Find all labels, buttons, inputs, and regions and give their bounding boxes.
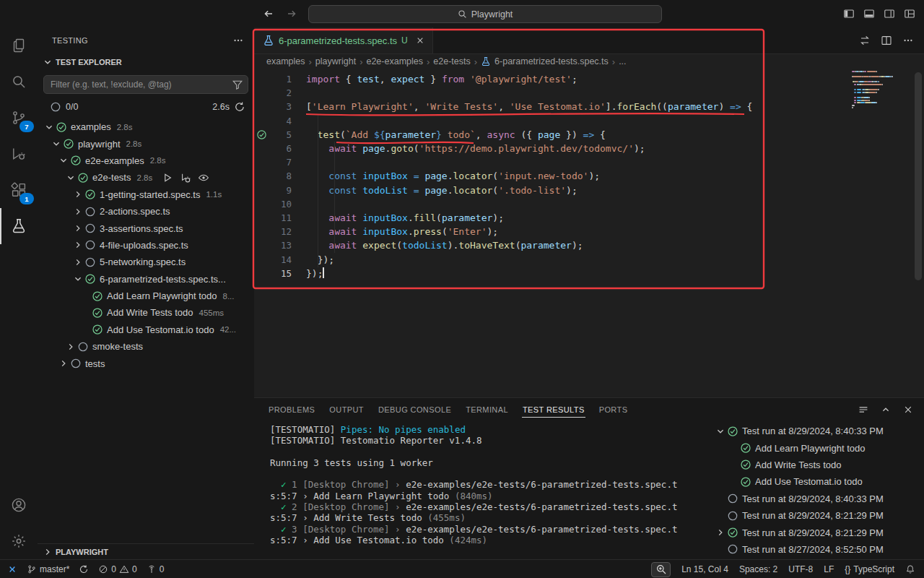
eol-status[interactable]: LF bbox=[824, 564, 834, 574]
panel-menu-icon[interactable] bbox=[858, 404, 869, 415]
test-tree-item[interactable]: Add Write Tests todo455ms bbox=[38, 304, 254, 321]
panel-tab-terminal[interactable]: TERMINAL bbox=[458, 398, 515, 421]
activity-source-control[interactable]: 7 bbox=[0, 100, 38, 136]
chevron-down-icon[interactable] bbox=[43, 121, 55, 133]
chevron-down-icon[interactable] bbox=[72, 273, 84, 285]
test-result-item[interactable]: Test run at 8/29/2024, 8:21:29 PM bbox=[709, 524, 924, 540]
code-line[interactable]: 12 await inputBox.press('Enter'); bbox=[254, 225, 924, 238]
panel-tab-ports[interactable]: PORTS bbox=[592, 398, 635, 421]
code-line[interactable]: 11 await inputBox.fill(parameter); bbox=[254, 211, 924, 225]
breadcrumb-item[interactable]: e2e-tests bbox=[433, 56, 470, 66]
test-tree-item[interactable]: tests bbox=[38, 355, 254, 371]
activity-run-debug[interactable] bbox=[0, 136, 38, 172]
test-tree-item[interactable]: e2e-tests2.8s bbox=[38, 169, 254, 186]
chevron-right-icon[interactable] bbox=[72, 223, 84, 234]
compare-changes-icon[interactable] bbox=[859, 35, 871, 46]
chevron-right-icon[interactable] bbox=[65, 341, 77, 353]
test-tree-item[interactable]: 3-assertions.spec.ts bbox=[38, 220, 254, 236]
code-line[interactable]: 9 const todoList = page.locator('.todo-l… bbox=[254, 184, 924, 197]
maximize-panel-icon[interactable] bbox=[880, 404, 892, 415]
chevron-right-icon[interactable] bbox=[72, 239, 84, 251]
chevron-down-icon[interactable] bbox=[58, 155, 69, 166]
test-tree-item[interactable]: 4-file-uploads.spec.ts bbox=[38, 237, 254, 254]
code-line[interactable]: 3['Learn Playwright', 'Write Tests', 'Us… bbox=[254, 100, 924, 113]
cursor-position[interactable]: Ln 15, Col 4 bbox=[681, 564, 728, 574]
toggle-panel-icon[interactable] bbox=[863, 8, 875, 20]
run-test-icon[interactable] bbox=[162, 172, 173, 184]
code-editor[interactable]: 1import { test, expect } from '@playwrig… bbox=[254, 69, 924, 397]
filter-icon[interactable] bbox=[232, 79, 243, 90]
zoom-button[interactable] bbox=[651, 562, 671, 577]
breadcrumb-item[interactable]: playwright bbox=[315, 56, 356, 66]
test-tree-item[interactable]: 2-actions.spec.ts bbox=[38, 203, 254, 220]
back-icon[interactable] bbox=[263, 8, 274, 20]
ports-status[interactable]: 0 bbox=[147, 564, 165, 574]
chevron-down-icon[interactable] bbox=[51, 138, 62, 150]
activity-settings[interactable] bbox=[0, 523, 38, 559]
test-filter-input[interactable] bbox=[43, 75, 248, 94]
panel-tab-debug-console[interactable]: DEBUG CONSOLE bbox=[371, 398, 458, 421]
code-line[interactable]: 15}); bbox=[254, 267, 924, 280]
code-line[interactable]: 13 await expect(todoList).toHaveText(par… bbox=[254, 238, 924, 252]
split-editor-icon[interactable] bbox=[881, 35, 892, 46]
test-tree-item[interactable]: smoke-tests bbox=[38, 338, 254, 355]
remote-indicator[interactable] bbox=[7, 564, 17, 574]
code-line[interactable]: 7 bbox=[254, 155, 924, 169]
panel-tab-problems[interactable]: PROBLEMS bbox=[261, 398, 322, 421]
activity-account[interactable] bbox=[0, 487, 38, 523]
test-result-item[interactable]: Add Write Tests todo bbox=[709, 457, 924, 473]
code-line[interactable]: 4 bbox=[254, 114, 924, 128]
close-icon[interactable] bbox=[415, 35, 425, 46]
activity-testing[interactable] bbox=[0, 208, 38, 244]
code-line[interactable]: 8 const inputBox = page.locator('input.n… bbox=[254, 169, 924, 183]
test-tree-item[interactable]: Add Learn Playwright todo8... bbox=[38, 288, 254, 304]
activity-extensions[interactable]: 1 bbox=[0, 172, 38, 208]
activity-explorer[interactable] bbox=[0, 27, 38, 64]
debug-test-icon[interactable] bbox=[180, 172, 191, 184]
code-line[interactable]: 2 bbox=[254, 86, 924, 100]
test-output[interactable]: [TESTOMATIO] Pipes: No pipes enabled[TES… bbox=[270, 424, 703, 560]
panel-tab-output[interactable]: OUTPUT bbox=[322, 398, 371, 421]
section-test-explorer[interactable]: TEST EXPLORER bbox=[38, 53, 254, 72]
code-line[interactable]: 5 test(`Add ${parameter} todo`, async ({… bbox=[254, 128, 924, 142]
test-result-item[interactable]: Test run at 8/29/2024, 8:40:33 PM bbox=[709, 423, 924, 439]
code-line[interactable]: 10 bbox=[254, 197, 924, 211]
customize-layout-icon[interactable] bbox=[904, 8, 915, 20]
editor-scrollbar[interactable] bbox=[915, 72, 922, 280]
test-result-item[interactable]: Test run at 8/29/2024, 8:21:29 PM bbox=[709, 507, 924, 524]
toggle-secondary-sidebar-icon[interactable] bbox=[884, 8, 895, 20]
chevron-right-icon[interactable] bbox=[715, 527, 726, 538]
breadcrumb-symbol[interactable]: ... bbox=[619, 56, 626, 66]
test-tree-item[interactable]: 1-getting-started.spec.ts1.1s bbox=[38, 186, 254, 203]
indentation-status[interactable]: Spaces: 2 bbox=[739, 564, 777, 574]
test-result-item[interactable]: Test run at 8/29/2024, 8:40:33 PM bbox=[709, 491, 924, 507]
chevron-down-icon[interactable] bbox=[715, 426, 726, 437]
test-tree-item[interactable]: 5-networking.spec.ts bbox=[38, 254, 254, 270]
more-actions-icon[interactable] bbox=[902, 35, 914, 46]
command-center[interactable]: Playwright bbox=[308, 5, 662, 23]
language-mode[interactable]: {} TypeScript bbox=[845, 564, 894, 574]
breadcrumb-file[interactable]: 6-parametrized-tests.spec.ts bbox=[494, 56, 609, 66]
encoding-status[interactable]: UTF-8 bbox=[788, 564, 813, 574]
section-playwright[interactable]: PLAYWRIGHT bbox=[38, 543, 254, 559]
test-tree-item[interactable]: 6-parametrized-tests.spec.ts... bbox=[38, 271, 254, 288]
toggle-sidebar-icon[interactable] bbox=[843, 8, 855, 20]
problems-status[interactable]: 0 0 bbox=[98, 564, 136, 574]
chevron-right-icon[interactable] bbox=[72, 256, 84, 268]
minimap[interactable] bbox=[852, 69, 914, 114]
sync-status[interactable] bbox=[79, 564, 89, 574]
code-line[interactable]: 6 await page.goto('https://demo.playwrig… bbox=[254, 142, 924, 155]
breadcrumb-item[interactable]: examples bbox=[266, 56, 305, 66]
chevron-right-icon[interactable] bbox=[58, 358, 69, 369]
breadcrumb-item[interactable]: e2e-examples bbox=[366, 56, 423, 66]
test-tree-item[interactable]: e2e-examples2.8s bbox=[38, 152, 254, 169]
code-line[interactable]: 1import { test, expect } from '@playwrig… bbox=[254, 72, 924, 86]
test-tree-item[interactable]: playwright2.8s bbox=[38, 135, 254, 152]
panel-tab-test-results[interactable]: TEST RESULTS bbox=[515, 398, 592, 421]
refresh-icon[interactable] bbox=[234, 101, 245, 113]
activity-search[interactable] bbox=[0, 64, 38, 100]
close-panel-icon[interactable] bbox=[902, 404, 914, 415]
tab-6-parametrized-tests[interactable]: 6-parametrized-tests.spec.ts U bbox=[254, 27, 433, 53]
chevron-right-icon[interactable] bbox=[72, 189, 84, 200]
code-line[interactable]: 14 }); bbox=[254, 252, 924, 266]
